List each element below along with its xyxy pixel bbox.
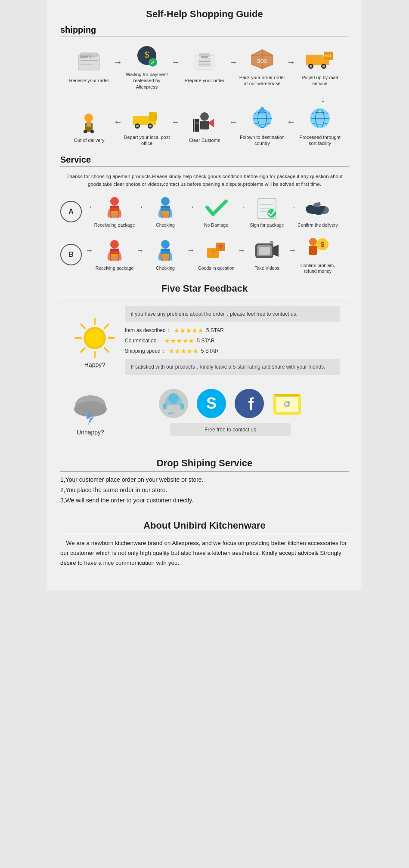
svg-rect-103	[163, 403, 167, 409]
svc-a-receive-label: Receiveing package	[94, 222, 135, 228]
about-section: About Unibird Kitchenware We are a newbo…	[60, 520, 349, 568]
rating-shipping: Shipping speed： ★★★★★ 5 STAR	[125, 347, 340, 355]
rating-shipping-label: Shipping speed：	[125, 348, 166, 355]
cloud-area: Unhappy?	[69, 388, 112, 436]
svg-line-90	[81, 324, 85, 328]
about-title: About Unibird Kitchenware	[60, 520, 349, 534]
rating-communication-stars: ★★★★★	[164, 337, 194, 345]
skype-icon-wrap: S	[196, 388, 227, 419]
svc-a-check-icon	[152, 195, 179, 221]
scenario-a-items: Receiveing package → Checking	[93, 195, 349, 228]
svc-a-nodamage-icon	[202, 195, 230, 221]
flow-item-payment: $ ✓ Waiting for payment realeased by Ali…	[123, 43, 170, 90]
service-header: Service	[60, 155, 349, 167]
svc-b-question: ? ? Goods in question	[195, 238, 238, 271]
svg-rect-54	[112, 213, 118, 218]
svg-rect-39	[195, 119, 199, 132]
flow-item-outdelivery: Out of delivery	[65, 109, 113, 143]
arrow5: ←	[114, 117, 122, 135]
scenario-b-items: Receiving package → Checking	[93, 235, 349, 274]
drop-item-2: 2,You place the same order in our store.	[60, 486, 349, 493]
svc-a-nodamage-label: No Damage	[204, 222, 228, 228]
depart-label: Depart your local post office	[123, 134, 170, 147]
svc-a-sign-icon	[253, 195, 281, 221]
contact-area: S f	[121, 388, 340, 436]
svc-a-check: Checking	[144, 195, 187, 228]
svg-line-91	[105, 348, 108, 352]
svc-b-receive: Receiving package	[93, 238, 136, 271]
flow-item-depart: Depart your local post office	[123, 106, 170, 147]
svc-b-question-icon: ? ?	[202, 238, 230, 264]
payment-icon: $ ✓	[131, 43, 162, 69]
svg-rect-11	[198, 58, 211, 67]
svg-text:?: ?	[219, 244, 223, 251]
cloud-icon	[69, 388, 112, 427]
svg-marker-79	[273, 245, 279, 257]
customs-icon	[189, 109, 220, 135]
drop-shipping-title: Drop Shiping Service	[60, 458, 349, 472]
page-container: Self-Help Shopping Guide shipping apeman…	[47, 0, 362, 590]
svg-rect-78	[259, 247, 270, 255]
svc-b-video-label: Take Videos	[254, 265, 279, 271]
svg-text:S: S	[206, 394, 217, 412]
email-icon: @	[272, 388, 303, 419]
skype-icon: S	[196, 388, 227, 419]
rating-communication: Coumnication： ★★★★★ 5 STAR	[125, 337, 340, 345]
arrow1: →	[114, 57, 122, 76]
arrow-down: ↓	[60, 94, 349, 104]
svg-point-37	[200, 112, 209, 121]
follow-label: Folown to destination country	[239, 134, 286, 147]
scenario-b-row: B → Receiving package	[60, 235, 349, 274]
svg-point-27	[84, 114, 93, 122]
svg-point-82	[309, 238, 317, 246]
svg-rect-104	[180, 403, 184, 409]
svg-point-24	[322, 65, 325, 68]
scenario-a-row: A → Re	[60, 195, 349, 228]
arrow-a3: →	[238, 203, 245, 220]
shipping-header: shipping	[60, 25, 349, 37]
facebook-icon-wrap: f	[234, 388, 265, 419]
svc-b-check: Checking	[144, 238, 187, 271]
depart-icon	[131, 106, 162, 132]
feedback-title: Five Star Feedback	[60, 283, 349, 297]
happy-row: Happy? if you have any problems about th…	[69, 306, 340, 379]
service-section: Service Thanks for choosing apeman produ…	[60, 155, 349, 274]
free-contact-note: Free free to contact us	[170, 423, 291, 436]
svg-point-30	[90, 130, 94, 133]
svg-rect-32	[149, 112, 157, 121]
pack-label: Pack your order order at our warehouse	[239, 74, 286, 87]
svg-point-51	[110, 197, 119, 206]
flow-item-pickup: FAST Picjed up by mail service	[296, 46, 344, 87]
sun-icon	[73, 317, 116, 360]
svc-b-refund-label: Confirm problem, refund money	[296, 263, 339, 274]
pack-icon: BOX	[247, 46, 278, 72]
svg-point-34	[136, 125, 139, 127]
about-text: We are a newborn kitchenware brand on Al…	[60, 539, 349, 568]
svc-a-receive-icon	[101, 195, 128, 221]
shipping-section: shipping apeman Receive your order →	[60, 25, 349, 146]
svg-rect-71	[162, 256, 168, 261]
unhappy-label: Unhappy?	[77, 429, 104, 436]
svc-b-video: Take Videos	[245, 238, 288, 271]
svg-point-29	[84, 130, 87, 133]
prepare-label: Prepare your order	[185, 77, 224, 83]
satisfaction-note: If satisfied with our products，kindly le…	[125, 359, 340, 375]
feedback-area: Happy? if you have any problems about th…	[60, 302, 349, 445]
svc-b-refund-icon: $	[304, 235, 332, 261]
svg-text:@: @	[284, 400, 291, 407]
flow-item-prepare: Prepare your order	[181, 49, 228, 83]
arrow-b4: →	[288, 246, 296, 264]
svg-point-81	[271, 242, 273, 243]
support-icon-wrap	[158, 388, 189, 419]
svc-a-confirm-label: Confirm the delivery	[297, 222, 338, 228]
flow-item-receive: apeman Receive your order	[65, 49, 113, 83]
flow-item-pack: BOX Pack your order order at our warehou…	[239, 46, 286, 87]
svg-rect-12	[201, 56, 208, 58]
svg-rect-67	[112, 256, 118, 261]
rating-communication-value: 5 STAR	[197, 338, 214, 344]
arrow7: ←	[229, 117, 238, 135]
main-title: Self-Help Shopping Guide	[60, 9, 349, 20]
sort-icon	[304, 106, 335, 132]
drop-shipping-section: Drop Shiping Service 1,Your customer pla…	[60, 453, 349, 511]
pickup-icon: FAST	[304, 46, 335, 72]
